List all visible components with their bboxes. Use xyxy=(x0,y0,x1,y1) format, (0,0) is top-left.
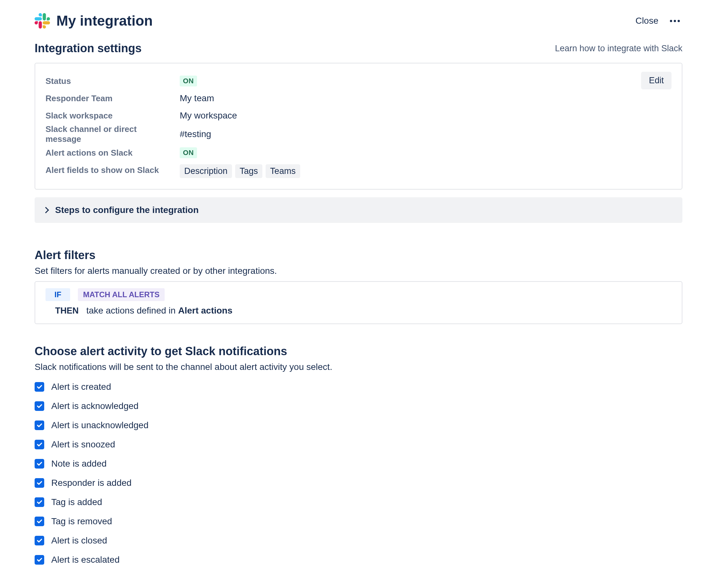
chip: Teams xyxy=(266,164,300,178)
chip-group: DescriptionTagsTeams xyxy=(180,162,300,178)
then-text: take actions defined in Alert actions xyxy=(86,306,232,316)
checkbox[interactable] xyxy=(35,401,44,411)
page-title: My integration xyxy=(56,13,153,29)
header-left: My integration xyxy=(35,13,153,29)
alert-activity-item: Alert is closed xyxy=(35,536,682,546)
checkbox-label: Alert is snoozed xyxy=(51,439,115,450)
slack-icon xyxy=(35,13,50,28)
steps-to-configure-toggle[interactable]: Steps to configure the integration xyxy=(35,197,682,223)
then-label: THEN xyxy=(55,306,79,316)
settings-row-value: My team xyxy=(180,93,214,103)
settings-row-label: Alert fields to show on Slack xyxy=(45,165,172,175)
checkbox[interactable] xyxy=(35,536,44,545)
checkbox-label: Alert is escalated xyxy=(51,555,120,565)
then-text-prefix: take actions defined in xyxy=(86,306,178,315)
filter-then-row: THEN take actions defined in Alert actio… xyxy=(45,306,672,316)
alert-activity-item: Tag is removed xyxy=(35,516,682,526)
settings-row-label: Responder Team xyxy=(45,93,172,103)
then-text-bold: Alert actions xyxy=(178,306,232,315)
settings-row-label: Slack workspace xyxy=(45,111,172,121)
integration-settings-header: Integration settings Learn how to integr… xyxy=(35,42,682,55)
if-badge: IF xyxy=(45,288,70,301)
checkbox-label: Tag is added xyxy=(51,497,102,507)
alert-activity-item: Alert is unacknowledged xyxy=(35,420,682,430)
checkbox-label: Alert is unacknowledged xyxy=(51,420,149,430)
settings-row-value: #testing xyxy=(180,129,211,139)
checkbox[interactable] xyxy=(35,440,44,449)
alert-activity-heading: Choose alert activity to get Slack notif… xyxy=(35,344,682,358)
alert-filters-heading: Alert filters xyxy=(35,249,682,262)
more-menu-button[interactable] xyxy=(667,17,682,25)
checkbox[interactable] xyxy=(35,517,44,526)
alert-activity-item: Alert is acknowledged xyxy=(35,401,682,411)
dot-icon xyxy=(678,20,680,22)
alert-activity-item: Alert is escalated xyxy=(35,555,682,565)
settings-row-label: Slack channel or direct message xyxy=(45,124,172,144)
checkbox[interactable] xyxy=(35,555,44,565)
settings-row-value: My workspace xyxy=(180,110,237,121)
steps-label: Steps to configure the integration xyxy=(55,205,199,215)
settings-row: Slack workspaceMy workspace xyxy=(45,107,672,124)
alert-filters-subtitle: Set filters for alerts manually created … xyxy=(35,266,682,276)
filter-if-row: IF MATCH ALL ALERTS xyxy=(45,288,672,301)
alert-activity-item: Responder is added xyxy=(35,478,682,488)
checkbox[interactable] xyxy=(35,420,44,430)
alert-activity-item: Tag is added xyxy=(35,497,682,507)
chip: Tags xyxy=(235,164,262,178)
checkbox-label: Note is added xyxy=(51,459,107,469)
checkbox[interactable] xyxy=(35,478,44,488)
checkbox[interactable] xyxy=(35,382,44,392)
alert-activity-subtitle: Slack notifications will be sent to the … xyxy=(35,362,682,372)
settings-row: Alert actions on SlackON xyxy=(45,144,672,162)
alert-activity-list: Alert is createdAlert is acknowledgedAle… xyxy=(35,382,682,565)
status-badge: ON xyxy=(180,76,197,86)
dot-icon xyxy=(670,20,672,22)
integration-settings-heading: Integration settings xyxy=(35,42,142,55)
header-right: Close xyxy=(635,16,682,26)
checkbox[interactable] xyxy=(35,497,44,507)
checkbox-label: Alert is acknowledged xyxy=(51,401,138,411)
settings-row: Responder TeamMy team xyxy=(45,90,672,107)
page-header: My integration Close xyxy=(35,13,682,29)
learn-link[interactable]: Learn how to integrate with Slack xyxy=(555,44,682,54)
close-button[interactable]: Close xyxy=(635,16,658,26)
alert-activity-item: Note is added xyxy=(35,459,682,469)
settings-row: StatusON xyxy=(45,72,672,90)
alert-filters-card: IF MATCH ALL ALERTS THEN take actions de… xyxy=(35,281,682,324)
match-badge: MATCH ALL ALERTS xyxy=(78,288,165,301)
checkbox-label: Alert is created xyxy=(51,382,111,392)
checkbox-label: Responder is added xyxy=(51,478,132,488)
settings-row-label: Alert actions on Slack xyxy=(45,148,172,158)
alert-activity-item: Alert is created xyxy=(35,382,682,392)
integration-settings-card: Edit StatusONResponder TeamMy teamSlack … xyxy=(35,63,682,190)
checkbox-label: Alert is closed xyxy=(51,536,107,546)
chip: Description xyxy=(180,164,232,178)
edit-button[interactable]: Edit xyxy=(641,72,672,89)
alert-activity-item: Alert is snoozed xyxy=(35,439,682,450)
status-badge: ON xyxy=(180,147,197,158)
dot-icon xyxy=(674,20,676,22)
settings-row: Slack channel or direct message#testing xyxy=(45,124,672,144)
settings-row: Alert fields to show on SlackDescription… xyxy=(45,162,672,179)
chevron-right-icon xyxy=(43,207,49,213)
settings-row-label: Status xyxy=(45,76,172,86)
checkbox[interactable] xyxy=(35,459,44,468)
checkbox-label: Tag is removed xyxy=(51,516,112,526)
